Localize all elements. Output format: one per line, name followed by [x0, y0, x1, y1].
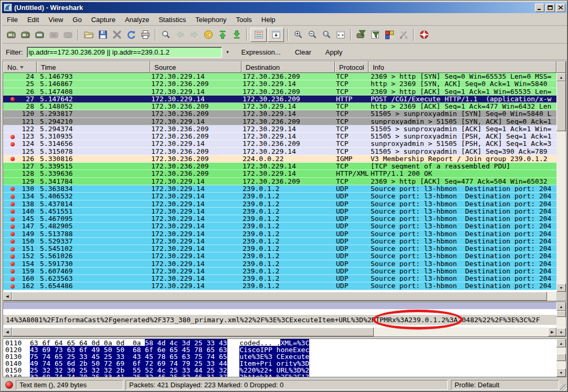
- find-packet-icon[interactable]: [159, 28, 173, 42]
- restart-capture-icon[interactable]: [61, 28, 75, 42]
- scroll-up-icon[interactable]: ▲: [556, 339, 566, 347]
- packet-row[interactable]: 1495.513788172.30.229.14239.0.1.2UDPSour…: [3, 230, 556, 238]
- list-interfaces-icon[interactable]: [4, 28, 18, 42]
- packet-row[interactable]: 1295.341784172.30.229.14172.30.236.209TC…: [3, 178, 556, 185]
- menu-view[interactable]: View: [44, 14, 68, 25]
- display-filters-icon[interactable]: [368, 28, 382, 42]
- column-header-time[interactable]: Time: [37, 61, 150, 73]
- expression-button[interactable]: Expression...: [237, 47, 286, 58]
- menu-analyze[interactable]: Analyze: [120, 14, 154, 25]
- packet-row[interactable]: 1225.294374172.30.236.209172.30.229.14TC…: [3, 125, 556, 133]
- resize-columns-icon[interactable]: [333, 28, 348, 42]
- packet-row[interactable]: 1405.451551172.30.229.14239.0.1.2UDPSour…: [3, 208, 556, 215]
- scroll-up-icon[interactable]: ▲: [556, 73, 566, 81]
- colorize-toggle-icon[interactable]: [250, 28, 267, 42]
- packet-list-horizontal-scrollbar[interactable]: ◀: [3, 292, 566, 301]
- go-to-packet-icon[interactable]: [201, 28, 215, 42]
- print-icon[interactable]: [138, 28, 152, 42]
- go-back-icon[interactable]: [173, 28, 187, 42]
- expert-info-icon[interactable]: [5, 381, 13, 389]
- scroll-up-icon[interactable]: ▲: [556, 302, 566, 311]
- packet-row[interactable]: 1455.467095172.30.229.14239.0.1.2UDPSour…: [3, 215, 556, 223]
- filter-input[interactable]: [27, 47, 222, 58]
- status-profile[interactable]: Profile: Default: [451, 380, 559, 390]
- scroll-down-icon[interactable]: ▼: [556, 328, 566, 336]
- packet-row[interactable]: 1595.607469172.30.229.14239.0.1.2UDPSour…: [3, 268, 556, 275]
- scroll-down-icon[interactable]: ▼: [556, 368, 566, 377]
- details-text-row[interactable]: 14%3A8081%2FInformaCast%2Fgenerated%2F37…: [3, 315, 556, 325]
- column-header-source[interactable]: Source: [150, 61, 241, 73]
- coloring-rules-icon[interactable]: [382, 28, 396, 42]
- hex-rows[interactable]: 0110 63 6f 64 65 64 0d 0a 0d 0a 58 4d 4c…: [3, 339, 556, 377]
- menu-help[interactable]: Help: [257, 14, 280, 25]
- zoom-in-icon[interactable]: [291, 28, 305, 42]
- packet-row[interactable]: 1205.293817172.30.236.209172.30.229.14TC…: [3, 110, 556, 118]
- go-to-bottom-icon[interactable]: [229, 28, 244, 42]
- packet-row[interactable]: 1265.330816172.30.236.209224.0.0.22IGMPV…: [3, 155, 556, 163]
- scrollbar-thumb[interactable]: [556, 354, 566, 361]
- menu-statistics[interactable]: Statistics: [154, 14, 191, 25]
- packet-row[interactable]: 1605.623563172.30.229.14239.0.1.2UDPSour…: [3, 275, 556, 282]
- start-capture-icon[interactable]: [33, 28, 47, 42]
- packet-row[interactable]: 245.146793172.30.229.14172.30.236.209TCP…: [3, 73, 556, 80]
- packet-row[interactable]: 1505.529337172.30.229.14239.0.1.2UDPSour…: [3, 238, 556, 245]
- packet-row[interactable]: 1235.310935172.30.236.209172.30.229.14TC…: [3, 133, 556, 140]
- capture-filters-icon[interactable]: [354, 28, 368, 42]
- apply-button[interactable]: Apply: [321, 47, 348, 58]
- capture-options-icon[interactable]: [18, 28, 33, 42]
- details-vertical-scrollbar[interactable]: ▲ ▼: [556, 302, 566, 336]
- menu-capture[interactable]: Capture: [87, 14, 120, 25]
- maximize-button[interactable]: [545, 4, 555, 12]
- packet-row[interactable]: 1475.482905172.30.229.14239.0.1.2UDPSour…: [3, 223, 556, 230]
- go-forward-icon[interactable]: [187, 28, 201, 42]
- open-file-icon[interactable]: [81, 28, 96, 42]
- close-button[interactable]: [556, 4, 565, 12]
- packet-row[interactable]: 1215.294210172.30.229.14172.30.236.209TC…: [3, 118, 556, 125]
- help-icon[interactable]: [417, 28, 431, 42]
- packet-row[interactable]: 1285.339636172.30.236.209172.30.229.14HT…: [3, 170, 556, 177]
- packet-row[interactable]: 275.147642172.30.229.14172.30.236.209HTT…: [3, 96, 556, 103]
- go-to-top-icon[interactable]: [215, 28, 229, 42]
- column-header-info[interactable]: Info: [369, 61, 556, 73]
- filter-dropdown-icon[interactable]: ▼: [224, 47, 232, 57]
- packet-row[interactable]: 1345.406532172.30.229.14239.0.1.2UDPSour…: [3, 193, 556, 200]
- column-header-protocol[interactable]: Protocol: [335, 61, 369, 73]
- packet-row[interactable]: 1245.314656172.30.229.14172.30.236.209TC…: [3, 140, 556, 147]
- scroll-left-icon[interactable]: ◀: [3, 292, 12, 301]
- column-header-no[interactable]: No.: [3, 61, 37, 73]
- details-horizontal-scrollbar[interactable]: ◀ ▶: [3, 327, 556, 336]
- scroll-left-icon[interactable]: ◀: [3, 327, 12, 336]
- column-header-destination[interactable]: Destination: [241, 61, 335, 73]
- packet-row[interactable]: 1275.339515172.30.236.209172.30.229.14TC…: [3, 163, 556, 170]
- zoom-out-icon[interactable]: [305, 28, 319, 42]
- zoom-normal-icon[interactable]: 1:1: [319, 28, 333, 42]
- packet-list-vertical-scrollbar[interactable]: ▲ ▼: [556, 73, 566, 292]
- packet-row[interactable]: 255.146867172.30.236.209172.30.229.14TCP…: [3, 80, 556, 88]
- title-bar[interactable]: (Untitled) - Wireshark: [2, 2, 567, 13]
- packet-row[interactable]: 265.147408172.30.229.14172.30.236.209TCP…: [3, 88, 556, 96]
- menu-go[interactable]: Go: [68, 14, 86, 25]
- stop-capture-icon[interactable]: [47, 28, 61, 42]
- scrollbar-thumb[interactable]: [12, 327, 374, 336]
- packet-row[interactable]: 285.148052172.30.236.209172.30.229.14TCP…: [3, 103, 556, 110]
- hex-row[interactable]: 0160 32 68 74 74 70 25 33 41 25 32 46 25…: [5, 374, 556, 377]
- resize-grip[interactable]: [560, 384, 567, 391]
- menu-telephony[interactable]: Telephony: [191, 14, 231, 25]
- autoscroll-toggle-icon[interactable]: [268, 28, 284, 42]
- scrollbar-thumb[interactable]: [12, 292, 547, 301]
- save-file-icon[interactable]: [96, 28, 110, 42]
- packet-row[interactable]: 1515.545102172.30.229.14239.0.1.2UDPSour…: [3, 245, 556, 252]
- menu-edit[interactable]: Edit: [23, 14, 44, 25]
- minimize-button[interactable]: [535, 4, 544, 12]
- bytes-vertical-scrollbar[interactable]: ▲ ▼: [556, 339, 566, 377]
- packet-row[interactable]: 1305.363834172.30.229.14239.0.1.2UDPSour…: [3, 185, 556, 193]
- scroll-right-icon[interactable]: ▶: [548, 327, 556, 336]
- menu-tools[interactable]: Tools: [231, 14, 256, 25]
- scroll-down-icon[interactable]: ▼: [556, 283, 566, 292]
- reload-icon[interactable]: [124, 28, 138, 42]
- scrollbar-thumb[interactable]: [556, 81, 566, 131]
- clear-button[interactable]: Clear: [290, 47, 316, 58]
- preferences-icon[interactable]: [396, 28, 411, 42]
- close-file-icon[interactable]: [110, 28, 124, 42]
- menu-file[interactable]: File: [2, 14, 23, 25]
